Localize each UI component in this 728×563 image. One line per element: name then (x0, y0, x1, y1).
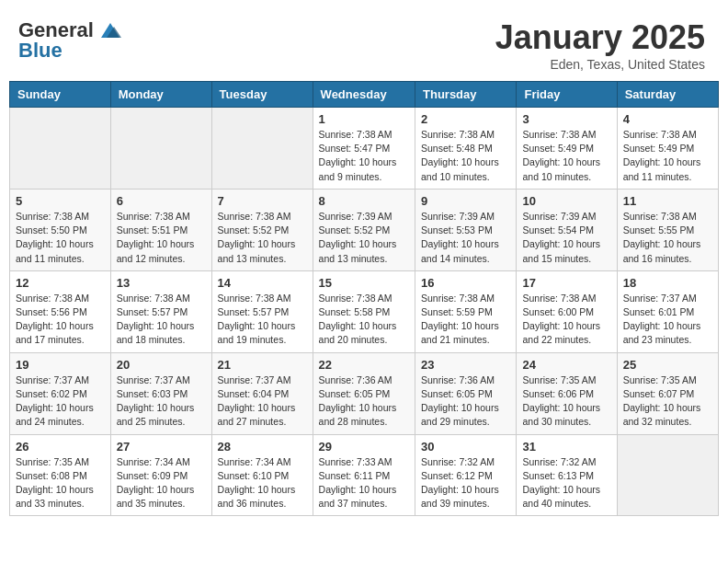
calendar-cell: 13Sunrise: 7:38 AM Sunset: 5:57 PM Dayli… (110, 270, 211, 352)
weekday-header-monday: Monday (110, 82, 211, 108)
logo: General Blue (18, 18, 123, 63)
day-info: Sunrise: 7:37 AM Sunset: 6:01 PM Dayligh… (623, 292, 712, 348)
week-row-4: 19Sunrise: 7:37 AM Sunset: 6:02 PM Dayli… (10, 352, 719, 434)
calendar-cell: 26Sunrise: 7:35 AM Sunset: 6:08 PM Dayli… (10, 434, 111, 516)
day-number: 29 (319, 440, 409, 454)
day-number: 14 (218, 276, 307, 290)
day-number: 6 (117, 194, 206, 208)
day-info: Sunrise: 7:35 AM Sunset: 6:07 PM Dayligh… (623, 373, 712, 430)
calendar-cell: 11Sunrise: 7:38 AM Sunset: 5:55 PM Dayli… (617, 189, 718, 270)
day-info: Sunrise: 7:38 AM Sunset: 5:51 PM Dayligh… (117, 210, 206, 266)
logo-blue: Blue (18, 39, 63, 63)
day-info: Sunrise: 7:33 AM Sunset: 6:11 PM Dayligh… (319, 455, 409, 511)
day-number: 18 (623, 276, 712, 290)
calendar-cell: 31Sunrise: 7:32 AM Sunset: 6:13 PM Dayli… (517, 434, 617, 516)
week-row-1: 1Sunrise: 7:38 AM Sunset: 5:47 PM Daylig… (10, 108, 719, 190)
calendar-cell: 25Sunrise: 7:35 AM Sunset: 6:07 PM Dayli… (617, 352, 718, 434)
day-info: Sunrise: 7:38 AM Sunset: 5:47 PM Dayligh… (319, 128, 409, 184)
day-number: 10 (522, 194, 610, 208)
day-number: 3 (522, 112, 610, 126)
title-section: January 2025 Eden, Texas, United States (495, 18, 705, 72)
calendar-cell: 20Sunrise: 7:37 AM Sunset: 6:03 PM Dayli… (110, 352, 211, 434)
calendar-cell: 10Sunrise: 7:39 AM Sunset: 5:54 PM Dayli… (517, 189, 617, 270)
calendar-cell: 22Sunrise: 7:36 AM Sunset: 6:05 PM Dayli… (313, 352, 415, 434)
day-info: Sunrise: 7:32 AM Sunset: 6:12 PM Dayligh… (421, 455, 510, 511)
weekday-header-saturday: Saturday (617, 82, 718, 108)
calendar-cell: 7Sunrise: 7:38 AM Sunset: 5:52 PM Daylig… (211, 189, 313, 270)
day-number: 22 (319, 358, 409, 372)
calendar-cell: 27Sunrise: 7:34 AM Sunset: 6:09 PM Dayli… (110, 434, 211, 516)
calendar-cell: 16Sunrise: 7:38 AM Sunset: 5:59 PM Dayli… (415, 270, 517, 352)
calendar-cell (617, 434, 718, 516)
day-number: 12 (16, 276, 105, 290)
calendar-cell (110, 108, 211, 190)
day-number: 31 (522, 440, 610, 454)
day-info: Sunrise: 7:38 AM Sunset: 5:56 PM Dayligh… (16, 292, 105, 348)
calendar-cell: 6Sunrise: 7:38 AM Sunset: 5:51 PM Daylig… (110, 189, 211, 270)
day-number: 7 (218, 194, 307, 208)
day-info: Sunrise: 7:38 AM Sunset: 5:59 PM Dayligh… (421, 292, 510, 348)
weekday-header-sunday: Sunday (10, 82, 111, 108)
week-row-3: 12Sunrise: 7:38 AM Sunset: 5:56 PM Dayli… (10, 270, 719, 352)
calendar-cell: 17Sunrise: 7:38 AM Sunset: 6:00 PM Dayli… (517, 270, 617, 352)
day-number: 19 (16, 358, 105, 372)
page-header: General Blue January 2025 Eden, Texas, U… (9, 9, 719, 81)
calendar-cell: 18Sunrise: 7:37 AM Sunset: 6:01 PM Dayli… (617, 270, 718, 352)
day-info: Sunrise: 7:34 AM Sunset: 6:09 PM Dayligh… (117, 455, 206, 511)
day-info: Sunrise: 7:38 AM Sunset: 6:00 PM Dayligh… (522, 292, 610, 348)
calendar-cell: 14Sunrise: 7:38 AM Sunset: 5:57 PM Dayli… (211, 270, 313, 352)
day-number: 15 (319, 276, 409, 290)
day-number: 28 (218, 440, 307, 454)
day-info: Sunrise: 7:38 AM Sunset: 5:57 PM Dayligh… (117, 292, 206, 348)
logo-icon (97, 21, 123, 40)
day-number: 16 (421, 276, 510, 290)
day-number: 2 (421, 112, 510, 126)
month-title: January 2025 (495, 18, 705, 57)
day-number: 24 (522, 358, 610, 372)
calendar-cell: 24Sunrise: 7:35 AM Sunset: 6:06 PM Dayli… (517, 352, 617, 434)
day-info: Sunrise: 7:37 AM Sunset: 6:04 PM Dayligh… (218, 373, 307, 430)
calendar-cell: 29Sunrise: 7:33 AM Sunset: 6:11 PM Dayli… (313, 434, 415, 516)
calendar-cell: 2Sunrise: 7:38 AM Sunset: 5:48 PM Daylig… (415, 108, 517, 190)
week-row-2: 5Sunrise: 7:38 AM Sunset: 5:50 PM Daylig… (10, 189, 719, 270)
calendar-cell: 8Sunrise: 7:39 AM Sunset: 5:52 PM Daylig… (313, 189, 415, 270)
day-number: 27 (117, 440, 206, 454)
day-number: 13 (117, 276, 206, 290)
calendar-cell: 21Sunrise: 7:37 AM Sunset: 6:04 PM Dayli… (211, 352, 313, 434)
calendar-cell: 15Sunrise: 7:38 AM Sunset: 5:58 PM Dayli… (313, 270, 415, 352)
day-info: Sunrise: 7:38 AM Sunset: 5:55 PM Dayligh… (623, 210, 712, 266)
day-number: 4 (623, 112, 712, 126)
day-info: Sunrise: 7:38 AM Sunset: 5:58 PM Dayligh… (319, 292, 409, 348)
calendar-table: SundayMondayTuesdayWednesdayThursdayFrid… (9, 81, 719, 516)
weekday-header-row: SundayMondayTuesdayWednesdayThursdayFrid… (10, 82, 719, 108)
day-info: Sunrise: 7:34 AM Sunset: 6:10 PM Dayligh… (218, 455, 307, 511)
day-info: Sunrise: 7:37 AM Sunset: 6:03 PM Dayligh… (117, 373, 206, 430)
day-info: Sunrise: 7:38 AM Sunset: 5:48 PM Dayligh… (421, 128, 510, 184)
calendar-cell: 23Sunrise: 7:36 AM Sunset: 6:05 PM Dayli… (415, 352, 517, 434)
day-number: 11 (623, 194, 712, 208)
day-info: Sunrise: 7:38 AM Sunset: 5:57 PM Dayligh… (218, 292, 307, 348)
calendar-cell: 19Sunrise: 7:37 AM Sunset: 6:02 PM Dayli… (10, 352, 111, 434)
calendar-cell: 1Sunrise: 7:38 AM Sunset: 5:47 PM Daylig… (313, 108, 415, 190)
day-number: 30 (421, 440, 510, 454)
day-number: 1 (319, 112, 409, 126)
weekday-header-thursday: Thursday (415, 82, 517, 108)
day-info: Sunrise: 7:38 AM Sunset: 5:50 PM Dayligh… (16, 210, 105, 266)
day-number: 21 (218, 358, 307, 372)
calendar-cell: 12Sunrise: 7:38 AM Sunset: 5:56 PM Dayli… (10, 270, 111, 352)
day-info: Sunrise: 7:39 AM Sunset: 5:52 PM Dayligh… (319, 210, 409, 266)
day-info: Sunrise: 7:32 AM Sunset: 6:13 PM Dayligh… (522, 455, 610, 511)
calendar-cell: 28Sunrise: 7:34 AM Sunset: 6:10 PM Dayli… (211, 434, 313, 516)
day-info: Sunrise: 7:38 AM Sunset: 5:52 PM Dayligh… (218, 210, 307, 266)
day-number: 26 (16, 440, 105, 454)
location: Eden, Texas, United States (495, 57, 705, 72)
day-info: Sunrise: 7:39 AM Sunset: 5:53 PM Dayligh… (421, 210, 510, 266)
day-info: Sunrise: 7:38 AM Sunset: 5:49 PM Dayligh… (623, 128, 712, 184)
day-info: Sunrise: 7:36 AM Sunset: 6:05 PM Dayligh… (319, 373, 409, 430)
weekday-header-friday: Friday (517, 82, 617, 108)
calendar-cell: 30Sunrise: 7:32 AM Sunset: 6:12 PM Dayli… (415, 434, 517, 516)
day-number: 25 (623, 358, 712, 372)
day-info: Sunrise: 7:37 AM Sunset: 6:02 PM Dayligh… (16, 373, 105, 430)
day-number: 9 (421, 194, 510, 208)
day-number: 8 (319, 194, 409, 208)
